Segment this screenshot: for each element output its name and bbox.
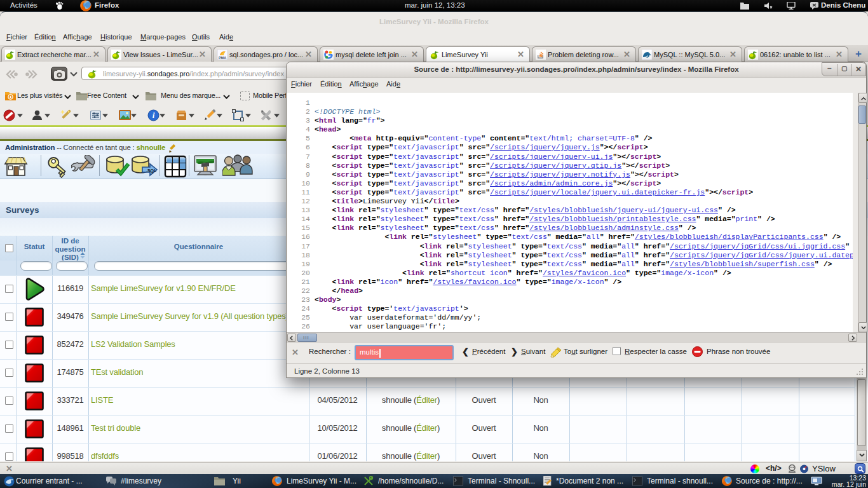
svg-text:.SQL: .SQL	[146, 168, 157, 173]
svg-text:i: i	[153, 111, 155, 120]
